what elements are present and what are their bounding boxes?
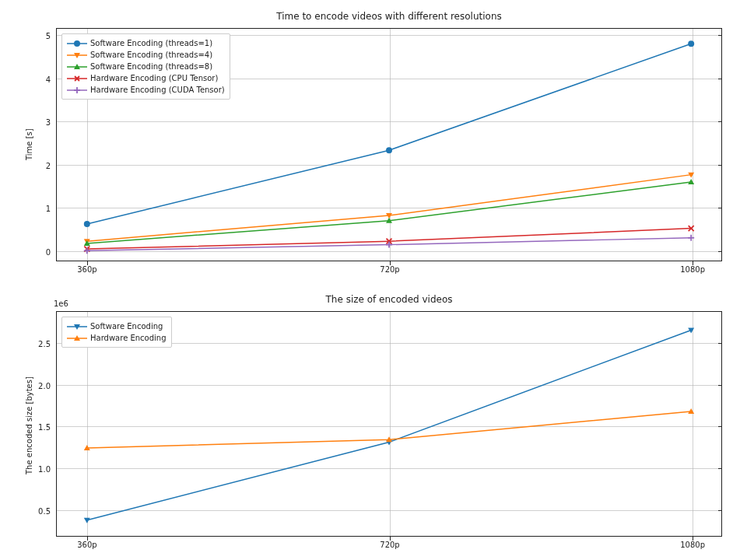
tri-down-icon xyxy=(67,321,87,332)
bottom-chart-title: The size of encoded videos xyxy=(56,294,722,305)
top-plot-area: 0 1 2 3 4 5 360p 720p 1080p xyxy=(56,28,722,261)
top-ytick-4: 4 xyxy=(46,75,57,83)
tri-up-icon xyxy=(67,61,87,72)
legend-label: Software Encoding xyxy=(90,320,163,332)
legend-item-cuda: Hardware Encoding (CUDA Tensor) xyxy=(67,84,225,96)
circle-icon xyxy=(67,38,87,49)
top-ytick-1: 1 xyxy=(46,205,57,213)
top-chart-title: Time to encode videos with different res… xyxy=(56,11,722,22)
top-ytick-5: 5 xyxy=(46,32,57,40)
legend-label: Hardware Encoding (CPU Tensor) xyxy=(90,72,218,84)
bottom-ylabel: The encoded size [bytes] xyxy=(25,376,33,474)
top-ytick-2: 2 xyxy=(46,161,57,170)
legend-item-hw: Hardware Encoding xyxy=(67,332,167,344)
top-xtick-1: 720p xyxy=(380,261,399,274)
bot-xtick-2: 1080p xyxy=(680,536,705,549)
bottom-legend: Software Encoding Hardware Encoding xyxy=(61,317,172,348)
svg-point-16 xyxy=(74,40,80,47)
bot-ytick-0: 0.5 xyxy=(38,506,57,515)
x-icon xyxy=(67,73,87,84)
bot-ytick-1: 1.0 xyxy=(38,465,57,474)
legend-item-sw4: Software Encoding (threads=4) xyxy=(67,49,225,61)
plus-icon xyxy=(67,85,87,96)
figure: Time to encode videos with different res… xyxy=(0,0,747,560)
svg-point-0 xyxy=(84,221,90,227)
tri-up-icon xyxy=(67,333,87,344)
bot-ytick-3: 2.0 xyxy=(38,381,57,390)
top-ytick-0: 0 xyxy=(46,247,57,256)
bot-xtick-1: 720p xyxy=(380,536,399,549)
top-xtick-2: 1080p xyxy=(680,261,705,274)
axes-top: Time to encode videos with different res… xyxy=(56,28,722,261)
legend-label: Hardware Encoding xyxy=(90,332,167,344)
svg-point-1 xyxy=(386,147,392,153)
axes-bottom: The size of encoded videos 0.5 1.0 1.5 2… xyxy=(56,311,722,537)
legend-item-sw: Software Encoding xyxy=(67,320,167,332)
legend-label: Software Encoding (threads=8) xyxy=(90,61,212,72)
bot-ytick-4: 2.5 xyxy=(38,339,57,348)
svg-point-2 xyxy=(688,40,694,47)
tri-down-icon xyxy=(67,50,87,61)
bot-ytick-2: 1.5 xyxy=(38,423,57,432)
legend-label: Hardware Encoding (CUDA Tensor) xyxy=(90,84,225,96)
legend-item-sw8: Software Encoding (threads=8) xyxy=(67,61,225,72)
bottom-plot-area: 0.5 1.0 1.5 2.0 2.5 1e6 360p 720p 1080p xyxy=(56,311,722,537)
top-ylabel: Time [s] xyxy=(25,128,33,160)
legend-item-sw1: Software Encoding (threads=1) xyxy=(67,37,225,49)
legend-label: Software Encoding (threads=4) xyxy=(90,49,212,61)
top-ytick-3: 3 xyxy=(46,118,57,127)
legend-label: Software Encoding (threads=1) xyxy=(90,37,212,49)
bot-xtick-0: 360p xyxy=(77,536,96,549)
top-xtick-0: 360p xyxy=(77,261,96,274)
legend-item-cpu: Hardware Encoding (CPU Tensor) xyxy=(67,72,225,84)
y-offset-text: 1e6 xyxy=(54,299,68,308)
top-legend: Software Encoding (threads=1) Software E… xyxy=(61,33,230,100)
